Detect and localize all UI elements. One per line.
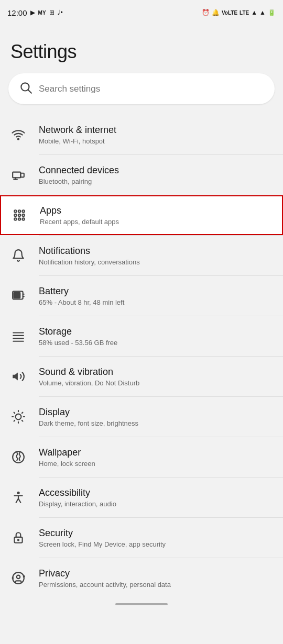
settings-item-accessibility-title: Accessibility <box>39 487 116 498</box>
settings-item-sound-title: Sound & vibration <box>39 367 139 377</box>
settings-item-network-text: Network & internet Mobile, Wi-Fi, hotspo… <box>39 125 116 145</box>
settings-item-privacy-subtitle: Permissions, account activity, personal … <box>39 581 171 589</box>
svg-rect-4 <box>20 173 24 177</box>
search-bar[interactable]: Search settings <box>8 73 275 104</box>
settings-item-connected-devices-title: Connected devices <box>39 165 119 176</box>
my-icon: MY <box>38 10 46 16</box>
svg-point-7 <box>14 210 16 212</box>
volte-icon: VoLTE <box>222 10 237 16</box>
settings-item-battery-text: Battery 65% - About 8 hr, 48 min left <box>39 286 124 306</box>
settings-item-sound[interactable]: Sound & vibration Volume, vibration, Do … <box>0 357 283 396</box>
svg-line-28 <box>14 413 15 414</box>
svg-point-9 <box>22 210 24 212</box>
settings-item-security[interactable]: Security Screen lock, Find My Device, ap… <box>0 518 283 558</box>
alarm-icon: ⏰ <box>202 9 210 16</box>
bell-icon <box>10 249 26 262</box>
lte-icon: LTE <box>240 10 249 16</box>
settings-item-accessibility-subtitle: Display, interaction, audio <box>39 500 116 508</box>
display-icon <box>10 410 26 424</box>
settings-item-security-subtitle: Screen lock, Find My Device, app securit… <box>39 540 166 548</box>
settings-item-apps-title: Apps <box>40 205 119 216</box>
wallpaper-icon <box>10 450 26 464</box>
volume-icon: 🔔 <box>212 9 220 16</box>
settings-item-accessibility[interactable]: Accessibility Display, interaction, audi… <box>0 478 283 517</box>
svg-point-2 <box>18 139 19 140</box>
battery-icon <box>10 289 26 303</box>
status-bar-left: 12:00 ▶ MY ⊞ 𝅘𝅥 • <box>7 8 63 17</box>
svg-point-11 <box>18 214 20 216</box>
settings-item-battery[interactable]: Battery 65% - About 8 hr, 48 min left <box>0 276 283 316</box>
svg-line-33 <box>22 413 23 414</box>
grid-icon: ⊞ <box>49 9 55 16</box>
svg-point-8 <box>18 210 20 212</box>
settings-item-wallpaper-title: Wallpaper <box>39 447 95 458</box>
settings-item-notifications-text: Notifications Notification history, conv… <box>39 246 140 266</box>
settings-item-connected-devices-text: Connected devices Bluetooth, pairing <box>39 165 119 185</box>
settings-item-display[interactable]: Display Dark theme, font size, brightnes… <box>0 397 283 437</box>
sound-icon <box>10 370 26 383</box>
svg-point-25 <box>16 414 21 420</box>
settings-item-network[interactable]: Network & internet Mobile, Wi-Fi, hotspo… <box>0 115 283 154</box>
settings-list: Network & internet Mobile, Wi-Fi, hotspo… <box>0 115 283 598</box>
status-bar-right: ⏰ 🔔 VoLTE LTE ▲ ▲ 🔋 <box>202 9 276 16</box>
settings-item-privacy[interactable]: Privacy Permissions, account activity, p… <box>0 558 283 598</box>
settings-item-battery-title: Battery <box>39 286 124 297</box>
settings-item-wallpaper-text: Wallpaper Home, lock screen <box>39 447 95 468</box>
settings-item-network-title: Network & internet <box>39 125 116 136</box>
privacy-icon <box>10 571 26 585</box>
page-title-area: Settings <box>0 25 283 73</box>
svg-marker-24 <box>13 372 18 380</box>
settings-item-sound-text: Sound & vibration Volume, vibration, Do … <box>39 367 139 387</box>
svg-point-34 <box>13 451 24 463</box>
scroll-indicator <box>0 598 283 610</box>
svg-point-12 <box>22 214 24 216</box>
svg-line-32 <box>14 420 15 421</box>
search-input[interactable]: Search settings <box>39 84 100 94</box>
settings-item-notifications[interactable]: Notifications Notification history, conv… <box>0 236 283 275</box>
settings-item-security-text: Security Screen lock, Find My Device, ap… <box>39 528 166 548</box>
svg-point-13 <box>14 218 16 220</box>
settings-item-storage[interactable]: Storage 58% used - 53.56 GB free <box>0 316 283 356</box>
storage-icon <box>10 329 26 343</box>
settings-item-storage-subtitle: 58% used - 53.56 GB free <box>39 339 117 347</box>
signal-icon: ▲ <box>251 9 257 16</box>
settings-item-network-subtitle: Mobile, Wi-Fi, hotspot <box>39 137 116 145</box>
svg-point-10 <box>14 214 16 216</box>
svg-rect-19 <box>14 293 20 298</box>
settings-item-storage-text: Storage 58% used - 53.56 GB free <box>39 326 117 347</box>
settings-item-display-text: Display Dark theme, font size, brightnes… <box>39 407 138 427</box>
devices-icon <box>10 168 26 182</box>
svg-point-14 <box>18 218 20 220</box>
settings-item-privacy-title: Privacy <box>39 568 171 579</box>
search-icon <box>19 81 32 97</box>
settings-item-privacy-text: Privacy Permissions, account activity, p… <box>39 568 171 589</box>
svg-line-1 <box>28 90 31 93</box>
accessibility-icon <box>10 491 26 504</box>
settings-item-apps-subtitle: Recent apps, default apps <box>40 218 119 226</box>
settings-item-battery-subtitle: 65% - About 8 hr, 48 min left <box>39 298 124 306</box>
settings-item-apps[interactable]: Apps Recent apps, default apps <box>0 195 283 235</box>
wifi-status-icon: ▲ <box>259 9 266 16</box>
status-bar: 12:00 ▶ MY ⊞ 𝅘𝅥 • ⏰ 🔔 VoLTE LTE ▲ ▲ 🔋 <box>0 0 283 25</box>
settings-item-connected-devices[interactable]: Connected devices Bluetooth, pairing <box>0 155 283 195</box>
svg-point-35 <box>17 492 19 494</box>
search-bar-container[interactable]: Search settings <box>0 73 283 115</box>
settings-item-accessibility-text: Accessibility Display, interaction, audi… <box>39 487 116 508</box>
settings-item-display-subtitle: Dark theme, font size, brightness <box>39 419 138 427</box>
security-icon <box>10 531 26 545</box>
dot-icon: • <box>61 9 63 16</box>
settings-item-security-title: Security <box>39 528 166 539</box>
apps-icon <box>12 208 27 222</box>
svg-point-39 <box>17 575 20 579</box>
settings-item-display-title: Display <box>39 407 138 418</box>
svg-point-37 <box>18 539 19 540</box>
svg-rect-3 <box>13 172 20 178</box>
settings-item-notifications-subtitle: Notification history, conversations <box>39 258 140 266</box>
svg-line-29 <box>22 420 23 421</box>
status-time: 12:00 <box>7 8 27 17</box>
settings-item-apps-text: Apps Recent apps, default apps <box>40 205 119 226</box>
settings-item-sound-subtitle: Volume, vibration, Do Not Disturb <box>39 379 139 387</box>
settings-item-wallpaper-subtitle: Home, lock screen <box>39 460 95 468</box>
settings-item-wallpaper[interactable]: Wallpaper Home, lock screen <box>0 437 283 477</box>
battery-status-icon: 🔋 <box>268 9 276 16</box>
